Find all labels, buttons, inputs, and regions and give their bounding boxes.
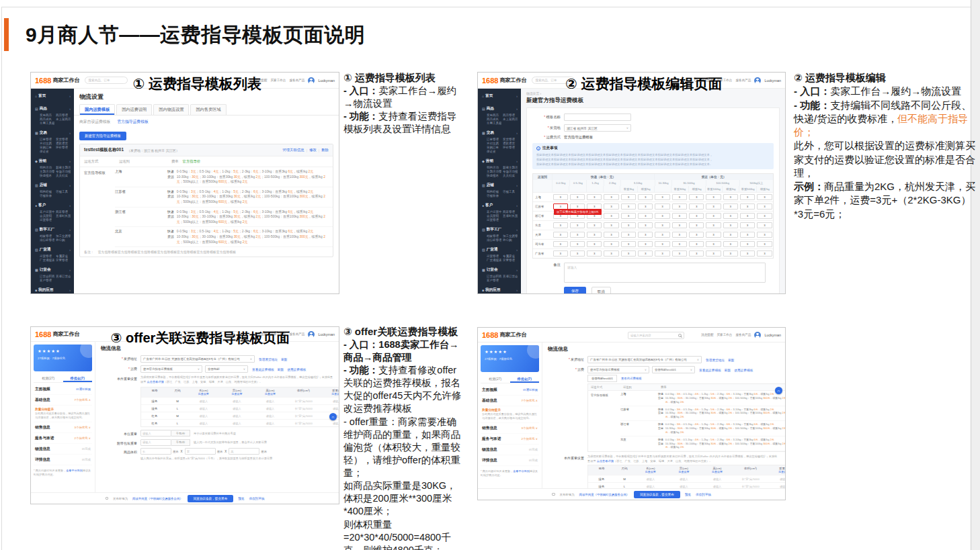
sidebar-section[interactable]: ▧ 数字工厂 › 档案管理 加工交易管理 排行榜管理 放心购 xyxy=(478,224,521,244)
preview-link[interactable]: 预览 xyxy=(238,497,244,500)
sidebar-subitem[interactable]: 发货管理 xyxy=(503,138,518,141)
rate-input[interactable]: 3 xyxy=(621,232,636,238)
topbar-link-provider[interactable]: 服务商产品 xyxy=(735,333,751,336)
width-input[interactable]: 请输入 xyxy=(220,407,254,410)
logo-1688[interactable]: 1688 xyxy=(35,77,51,85)
sidebar-subitem[interactable]: 客户运营中心 xyxy=(40,210,54,214)
rate-input[interactable]: 3 xyxy=(638,222,653,228)
sidebar-section-label[interactable]: 首页 xyxy=(38,93,46,99)
rate-input[interactable]: 3 xyxy=(655,194,669,200)
width-input[interactable]: 请输入 xyxy=(220,400,254,403)
sidebar-subitem[interactable]: 发布商品 xyxy=(40,113,54,117)
sidebar-section-label[interactable]: 厂货通 xyxy=(487,247,498,253)
sidebar-section-label[interactable]: 客户 xyxy=(38,203,46,208)
quality-item[interactable]: 销售信息 3个待优化 ∨ xyxy=(34,422,92,433)
sidebar-subitem[interactable]: 定置管理 xyxy=(56,259,71,262)
rate-input[interactable]: 3 xyxy=(723,250,738,257)
quality-item[interactable]: 物流信息 已完成 xyxy=(481,445,539,455)
sidebar-subitem[interactable]: 直播订货会 xyxy=(56,275,71,278)
subtab-official-template[interactable]: 官方指导运费模板 xyxy=(117,119,148,125)
detail-link[interactable]: 点击查看详情 xyxy=(597,459,614,463)
rate-input[interactable]: 3 xyxy=(706,222,721,228)
sidebar-subitem[interactable]: 厂货通报表 xyxy=(487,259,501,262)
sidebar-section[interactable]: ● 客户 › 客户运营中心 商客管理 会员营销 直播时长营销 运营管理 xyxy=(31,200,74,224)
width-input[interactable]: 宽 xyxy=(185,448,216,455)
username[interactable]: Luckyman xyxy=(318,79,335,83)
rate-input[interactable]: 3 xyxy=(553,222,568,228)
sidebar-section-label[interactable]: 数字工厂 xyxy=(487,227,501,232)
sidebar-subitem[interactable]: 订货会招商 xyxy=(40,275,54,278)
tab-to-optimize[interactable]: 待优化(7) xyxy=(510,375,540,383)
logo-1688[interactable]: 1688 xyxy=(35,330,51,338)
sidebar-subitem[interactable]: 保证金 xyxy=(40,150,54,153)
sidebar-subitem[interactable]: 我的活动 xyxy=(487,166,501,169)
rate-input[interactable]: 3 xyxy=(706,203,721,210)
rate-input[interactable]: 3 xyxy=(723,213,738,219)
topbar-link-provider[interactable]: 服务商产品 xyxy=(735,79,751,82)
sidebar-subitem[interactable]: 保证金 xyxy=(487,150,501,153)
sidebar-section-label[interactable]: 店铺 xyxy=(40,183,47,188)
sidebar-subitem[interactable]: 常用工具箱 xyxy=(40,122,54,125)
quality-item[interactable]: 详情信息 已完成 xyxy=(481,455,539,466)
sidebar-subitem[interactable]: 发布商品 xyxy=(487,113,501,117)
quality-item[interactable]: 物流信息 已完成 xyxy=(34,444,92,455)
subtab-self-template[interactable]: 商家自设运费模板 xyxy=(79,119,110,125)
sidebar-subitem[interactable]: 加工交易管理 xyxy=(56,234,71,238)
height-input[interactable]: 高 xyxy=(229,448,259,455)
sidebar-subitem[interactable]: 支付交易 xyxy=(40,142,54,145)
sidebar-section[interactable]: ▦ 交易 › 订单管理 发货管理 支付交易 退款退货 采购订单 评价管理 保证金 xyxy=(31,128,74,156)
rate-input[interactable]: 3 xyxy=(757,241,772,247)
width-input[interactable]: 请输入 xyxy=(220,414,254,418)
rate-input[interactable]: 3 xyxy=(604,250,618,257)
length-input[interactable]: 请输入 xyxy=(187,422,220,425)
topbar-link-buyer-workbench[interactable]: 买家工作台 xyxy=(270,79,286,82)
sidebar-subitem[interactable]: 天天特卖 xyxy=(503,174,518,177)
weight-input[interactable]: 请输入 xyxy=(767,477,786,481)
quality-item[interactable]: 服务与承诺 2个待优化 ∨ xyxy=(481,434,539,445)
quality-item[interactable]: 主图视频 已通过检测 xyxy=(34,384,92,395)
rate-input[interactable]: 3 xyxy=(740,194,755,200)
rate-input[interactable]: 3 xyxy=(757,232,772,238)
sidebar-subitem[interactable]: 我的旺铺 xyxy=(40,190,54,193)
sidebar-subitem[interactable]: 商品成长 xyxy=(487,118,501,121)
tab-to-optimize[interactable]: 待优化(7) xyxy=(63,375,93,382)
sidebar-subitem[interactable]: 店铺装修 xyxy=(40,194,54,197)
rules-link[interactable]: 查看平台规则 xyxy=(513,469,530,473)
sidebar-section-label[interactable]: 商品 xyxy=(40,106,47,111)
sidebar-section[interactable]: ⌂ 首页 › xyxy=(31,91,74,103)
rate-input[interactable]: 3 xyxy=(740,222,755,228)
sidebar-subitem[interactable]: 商客管理 xyxy=(56,210,71,214)
use-template-link[interactable]: 使用运费模板 xyxy=(287,367,306,371)
rate-input[interactable]: 3 xyxy=(740,241,755,247)
sidebar-subitem[interactable]: 退款退货 xyxy=(56,142,71,145)
rate-input[interactable]: 3 xyxy=(638,203,653,210)
quality-item[interactable]: 服务与承诺 2个待优化 ∨ xyxy=(34,433,92,444)
topbar-link-provider[interactable]: 服务商产品 xyxy=(289,332,304,336)
customer-service-float-button[interactable]: ∩ xyxy=(775,387,782,394)
length-input[interactable]: 请输入 xyxy=(634,477,667,481)
sidebar-subitem[interactable]: 订单管理 xyxy=(40,138,54,141)
rate-input[interactable]: 3 xyxy=(689,203,704,210)
rate-input[interactable]: 3 xyxy=(655,241,669,247)
rate-input[interactable]: 3 xyxy=(706,250,721,257)
rate-input[interactable]: 3 xyxy=(723,194,738,200)
rate-input[interactable]: 3 xyxy=(570,222,585,228)
sidebar-section-label[interactable]: 客户 xyxy=(485,203,493,208)
sidebar-subitem[interactable]: 直播订货会 xyxy=(503,275,518,278)
sidebar-subitem[interactable]: 定置管理 xyxy=(503,259,518,262)
sidebar-subitem[interactable]: 未上架商品 xyxy=(503,118,518,121)
new-official-template-button[interactable]: 新建官方指导运费模板 xyxy=(79,132,126,140)
sidebar-section-label[interactable]: 订货会 xyxy=(40,267,51,273)
rate-input[interactable]: 3 xyxy=(740,250,755,257)
tab-domestic-freight-template[interactable]: 国内运费模板 xyxy=(79,104,115,115)
refresh-link[interactable]: 刷新 xyxy=(278,367,284,371)
ship-address-select[interactable]: 广东省广州市 白云区 大源街道汇金商贸物流园A区8号仓（广州）有限公司∨ xyxy=(587,356,702,363)
freight-template-select[interactable]: 使用官方指导运费模板∨ xyxy=(140,365,202,373)
rate-input[interactable]: 3 xyxy=(723,232,738,238)
sidebar-section-label[interactable]: 营销 xyxy=(486,158,493,164)
rate-input[interactable]: 3 xyxy=(638,213,653,219)
batch-set-link[interactable]: 批量设置 xyxy=(767,470,786,473)
rate-input[interactable]: 3 xyxy=(553,250,568,257)
sidebar-subitem[interactable]: 常用工具箱 xyxy=(487,122,501,125)
sidebar-subitem[interactable]: 客户管理 xyxy=(487,279,501,282)
